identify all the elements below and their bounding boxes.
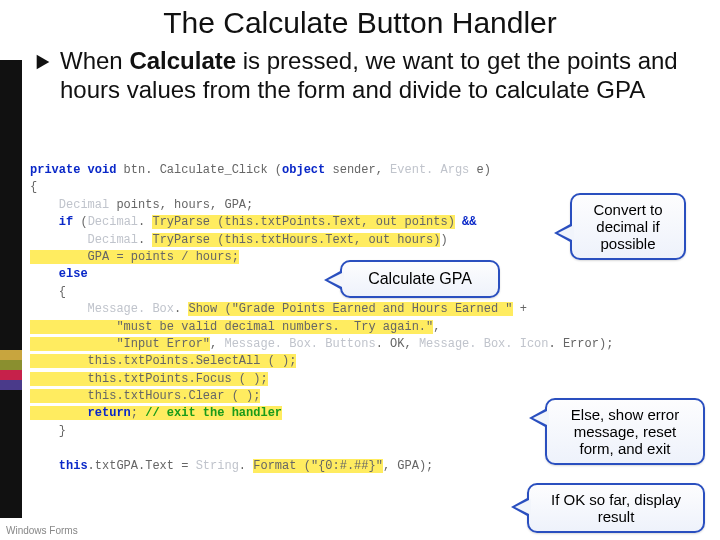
code-text: btn. Calculate_Click ( [116,163,282,177]
accent-stripe [0,360,22,370]
bullet-item: When Calculate is pressed, we want to ge… [0,42,720,105]
code-kw: else [30,267,88,281]
code-type: Decimal [30,198,109,212]
code-type: Message. Box. Buttons [224,337,375,351]
slide-title: The Calculate Button Handler [0,0,720,42]
code-text: ; [131,406,145,420]
code-type: Event. Args [390,163,469,177]
code-highlight: this.txtPoints.Focus ( ); [30,372,268,386]
code-text: points, hours, GPA; [109,198,253,212]
code-highlight: Show ("Grade Points Earned and Hours Ear… [188,302,512,316]
code-comment: // exit the handler [145,406,282,420]
code-highlight: TryParse (this.txtPoints.Text, out point… [152,215,454,229]
accent-stripe [0,350,22,360]
slide: The Calculate Button Handler When Calcul… [0,0,720,540]
code-text: , [210,337,224,351]
svg-marker-0 [37,55,50,69]
play-icon [34,53,52,71]
code-text: + [513,302,527,316]
code-type: Message. Box. Icon [419,337,549,351]
code-highlight: "Input Error" [30,337,210,351]
code-text: e) [469,163,491,177]
code-type: Decimal [30,233,138,247]
code-highlight: this.txtHours.Clear ( ); [30,389,260,403]
code-text: ( [73,215,87,229]
bullet-bold: Calculate [129,47,236,74]
code-highlight: GPA = points / hours; [30,250,239,264]
code-text: ) [440,233,447,247]
code-kw: object [282,163,325,177]
code-highlight: Format ("{0:#.##}" [253,459,383,473]
callout-calculate: Calculate GPA [340,260,500,298]
code-text: .txtGPA.Text = [88,459,196,473]
accent-stripe [0,380,22,390]
callout-display: If OK so far, display result [527,483,705,533]
code-text: , GPA); [383,459,433,473]
code-text: . Error); [549,337,614,351]
code-type: Message. Box [30,302,174,316]
code-text: , [433,320,440,334]
code-kw: private void [30,163,116,177]
code-highlight: this.txtPoints.SelectAll ( ); [30,354,296,368]
code-kw: && [455,215,477,229]
code-text: . [138,215,152,229]
code-type: String [196,459,239,473]
bullet-text: When Calculate is pressed, we want to ge… [60,46,680,105]
code-kw: if [30,215,73,229]
left-sidebar [0,60,22,518]
code-text: . [239,459,253,473]
code-type: Decimal [88,215,138,229]
callout-else: Else, show error message, reset form, an… [545,398,705,465]
code-text: . OK, [376,337,419,351]
code-kw: return [30,406,131,420]
footer-text: Windows Forms [6,525,78,536]
code-highlight: TryParse (this.txtHours.Text, out hours) [152,233,440,247]
code-kw: this [30,459,88,473]
code-text: . [174,302,188,316]
code-text: sender, [325,163,390,177]
accent-stripe [0,370,22,380]
code-highlight: "must be valid decimal numbers. Try agai… [30,320,433,334]
bullet-prefix: When [60,47,129,74]
callout-convert: Convert to decimal if possible [570,193,686,260]
code-text: . [138,233,152,247]
